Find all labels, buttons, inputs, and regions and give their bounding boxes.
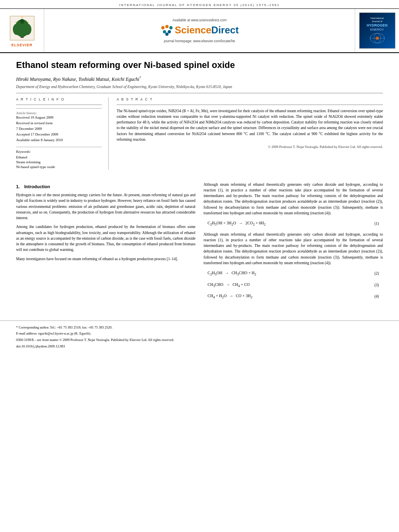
footnote-area: * Corresponding author. Tel.: +81 75 383…	[0, 320, 399, 354]
journal-cover-area: International Journal of HYDROGEN ENERGY	[355, 9, 399, 52]
cover-energy: ENERGY	[366, 28, 387, 32]
article-title: Ethanol steam reforming over Ni-based sp…	[16, 60, 383, 71]
intro-para2: Among the candidates for hydrogen produc…	[16, 224, 195, 253]
sd-logo-icon	[160, 25, 173, 36]
equation-2: C2H5OH → CH3CHO + H2 (2)	[204, 270, 383, 277]
section1-title: Introduction	[24, 184, 50, 189]
abstract-label: A B S T R A C T	[117, 97, 383, 101]
email-footnote: E-mail address: eguchi@scl.kyoto-u.ac.jp…	[16, 331, 383, 336]
copyright: © 2009 Professor T. Nejat Veziroglu. Pub…	[117, 145, 383, 149]
journal-title: INTERNATIONAL JOURNAL OF HYDROGEN ENERGY…	[119, 3, 280, 7]
history-label: Article history:	[16, 111, 102, 115]
authors: Hiroki Muroyama, Ryo Nakase, Toshiaki Ma…	[16, 76, 383, 82]
abstract-column: A B S T R A C T The Ni-based spinel-type…	[117, 97, 383, 170]
author-list: Hiroki Muroyama, Ryo Nakase, Toshiaki Ma…	[16, 76, 141, 82]
eq3-number: (3)	[367, 282, 379, 288]
article-info-label: A R T I C L E I N F O	[16, 97, 102, 101]
svg-point-6	[15, 22, 16, 23]
cover-line1: International	[366, 17, 387, 20]
svg-point-8	[21, 17, 23, 18]
intro-para1: Hydrogen is one of the most promising en…	[16, 192, 195, 221]
available-url: Available at www.sciencedirect.com	[173, 18, 227, 22]
eq3-formula: CH3CHO → CH4 + CO	[208, 281, 367, 289]
eq2-number: (2)	[367, 271, 379, 276]
keyword-ni: Ni-based spinel-type oxide	[16, 165, 102, 169]
svg-point-13	[168, 30, 171, 33]
intro-para3: Many investigators have focused on steam…	[16, 256, 195, 262]
author-muroyama: Hiroki Muroyama, Ryo Nakase, Toshiaki Ma…	[16, 76, 139, 82]
elsevier-wordmark: ELSEVIER	[11, 43, 33, 47]
article-body: 1. Introduction Hydrogen is one of the m…	[0, 178, 399, 312]
issn-footnote: 0360-3199/$ – see front matter © 2009 Pr…	[16, 337, 383, 343]
reaction-text: reaction	[269, 249, 281, 253]
eq4-number: (4)	[367, 294, 379, 299]
banner: ELSEVIER Available at www.sciencedirect.…	[0, 9, 399, 53]
svg-point-5	[20, 19, 24, 24]
sd-icon	[160, 25, 173, 36]
accepted-date: Accepted 17 December 2009	[16, 132, 102, 136]
svg-point-18	[376, 37, 379, 40]
right-para1: Although steam reforming of ethanol theo…	[204, 182, 383, 216]
elsevier-logo: ELSEVIER	[8, 14, 36, 47]
keyword-steam: Steam reforming	[16, 160, 102, 164]
body-right-column: Although steam reforming of ethanol theo…	[204, 182, 383, 304]
equation-3: CH3CHO → CH4 + CO (3)	[204, 281, 383, 289]
page: INTERNATIONAL JOURNAL OF HYDROGEN ENERGY…	[0, 0, 399, 532]
body-left-column: 1. Introduction Hydrogen is one of the m…	[16, 182, 195, 304]
keywords-section: Keywords: Ethanol Steam reforming Ni-bas…	[16, 147, 102, 169]
journal-cover-thumbnail: International Journal of HYDROGEN ENERGY	[359, 12, 395, 49]
svg-point-7	[27, 22, 29, 23]
article-history: Article history: Received 19 August 2009…	[16, 108, 102, 142]
corresponding-footnote: * Corresponding author. Tel.: +81 75 383…	[16, 325, 383, 330]
cover-hydrogen: HYDROGEN	[366, 23, 387, 28]
info-abstract-columns: A R T I C L E I N F O Article history: R…	[16, 97, 383, 170]
abstract-text: The Ni-based spinel-type oxides, NiB2O4 …	[117, 108, 383, 143]
cover-line2: Journal of	[366, 20, 387, 23]
keyword-ethanol: Ethanol	[16, 155, 102, 159]
revised-date: 7 December 2009	[16, 127, 102, 131]
affiliation: Department of Energy and Hydrocarbon Che…	[16, 85, 383, 89]
sd-sci-part: Science	[175, 25, 212, 35]
doi-footnote: doi:10.1016/j.ijhydene.2009.12.083	[16, 344, 383, 349]
section1-number: 1.	[16, 184, 20, 189]
svg-point-12	[163, 30, 166, 33]
eq1-formula: C2H5OH + 3H2O → 2CO2 + 6H2	[208, 220, 367, 227]
received-date: Received 19 August 2009	[16, 115, 102, 119]
eq4-formula: CH4 + H2O → CO + 3H2	[208, 293, 367, 300]
eq2-formula: C2H5OH → CH3CHO + H2	[208, 270, 367, 277]
cover-text: International Journal of HYDROGEN ENERGY	[366, 17, 387, 32]
svg-point-10	[165, 25, 169, 28]
abstract-body: The Ni-based spinel-type oxides, NiB2O4 …	[117, 108, 383, 143]
eq1-number: (1)	[367, 221, 379, 226]
sciencedirect-wordmark: ScienceDirect	[175, 25, 239, 36]
journal-header: INTERNATIONAL JOURNAL OF HYDROGEN ENERGY…	[0, 0, 399, 9]
elsevier-tree-icon	[8, 14, 36, 42]
other-text: other	[269, 238, 277, 242]
right-para2: Although steam reforming of ethanol theo…	[204, 232, 383, 266]
svg-point-11	[169, 26, 173, 29]
journal-homepage: journal homepage: www.elsevier.com/locat…	[164, 39, 235, 43]
sd-direct-part: Direct	[211, 25, 239, 35]
header-divider	[16, 93, 383, 93]
equation-4: CH4 + H2O → CO + 3H2 (4)	[204, 293, 383, 300]
article-header-content: Ethanol steam reforming over Ni-based sp…	[0, 53, 399, 178]
svg-point-9	[161, 26, 165, 29]
section1-heading: 1. Introduction	[16, 183, 195, 190]
svg-point-3	[13, 24, 21, 35]
equation-1: C2H5OH + 3H2O → 2CO2 + 6H2 (1)	[204, 220, 383, 227]
sciencedirect-logo: ScienceDirect	[160, 25, 239, 36]
available-date: Available online 8 January 2010	[16, 138, 102, 142]
revised-label: Received in revised form	[16, 121, 102, 125]
keywords-label: Keywords:	[16, 150, 102, 154]
info-top-divider	[16, 105, 102, 105]
article-info-column: A R T I C L E I N F O Article history: R…	[16, 97, 109, 170]
svg-point-14	[165, 33, 169, 36]
abstract-top-divider	[117, 105, 383, 105]
cover-globe-icon	[369, 32, 385, 44]
elsevier-logo-area: ELSEVIER	[0, 9, 44, 52]
sciencedirect-area: Available at www.sciencedirect.com Scien…	[44, 9, 355, 52]
svg-point-4	[23, 24, 31, 35]
corresponding-marker: *	[139, 76, 141, 80]
